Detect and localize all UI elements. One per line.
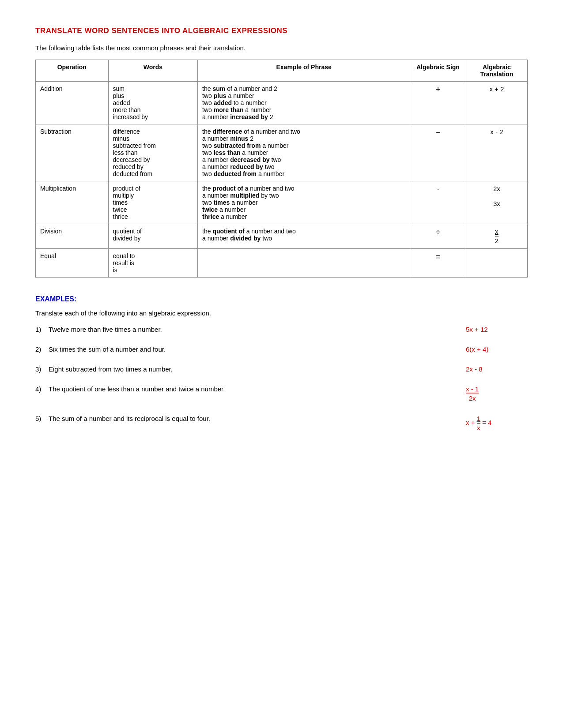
sign-multiplication: ·: [410, 181, 466, 224]
phrases-subtraction: the difference of a number and two a num…: [198, 124, 410, 181]
main-table: Operation Words Example of Phrase Algebr…: [35, 60, 528, 278]
example-text-3: Eight subtracted from two times a number…: [49, 365, 457, 373]
sign-addition: +: [410, 82, 466, 124]
table-row-equal: Equal equal toresult isis =: [36, 249, 528, 278]
translation-multiplication: 2x3x: [466, 181, 527, 224]
words-equal: equal toresult isis: [108, 249, 198, 278]
example-text-1: Twelve more than five times a number.: [49, 326, 457, 333]
example-num-5: 5): [35, 415, 49, 422]
table-row-addition: Addition sumplusaddedmore thanincreased …: [36, 82, 528, 124]
example-answer-2: 6(x + 4): [457, 345, 528, 353]
example-text-4: The quotient of one less than a number a…: [49, 385, 457, 393]
words-division: quotient ofdivided by: [108, 224, 198, 249]
phrases-equal: [198, 249, 410, 278]
operation-subtraction: Subtraction: [36, 124, 109, 181]
example-answer-1: 5x + 12: [457, 326, 528, 333]
example-answer-3: 2x - 8: [457, 365, 528, 373]
sign-subtraction: −: [410, 124, 466, 181]
example-item-4: 4) The quotient of one less than a numbe…: [35, 385, 528, 402]
example-num-3: 3): [35, 365, 49, 373]
intro-text: The following table lists the most commo…: [35, 44, 528, 52]
translation-addition: x + 2: [466, 82, 527, 124]
example-num-4: 4): [35, 385, 49, 393]
example-answer-5: x + 1 x = 4: [457, 415, 528, 432]
table-row-multiplication: Multiplication product ofmultiplytimestw…: [36, 181, 528, 224]
table-row-division: Division quotient ofdivided by the quoti…: [36, 224, 528, 249]
operation-addition: Addition: [36, 82, 109, 124]
example-num-2: 2): [35, 345, 49, 353]
phrases-division: the quotient of a number and two a numbe…: [198, 224, 410, 249]
example-num-1: 1): [35, 326, 49, 333]
sign-division: ÷: [410, 224, 466, 249]
page-title: TRANSLATE WORD SENTENCES INTO ALGEBRAIC …: [35, 26, 528, 35]
words-multiplication: product ofmultiplytimestwicethrice: [108, 181, 198, 224]
col-header-sign: Algebraic Sign: [410, 60, 466, 82]
example-text-5: The sum of a number and its reciprocal i…: [49, 415, 457, 422]
col-header-operation: Operation: [36, 60, 109, 82]
table-row-subtraction: Subtraction differenceminussubtracted fr…: [36, 124, 528, 181]
words-addition: sumplusaddedmore thanincreased by: [108, 82, 198, 124]
col-header-translation: AlgebraicTranslation: [466, 60, 527, 82]
example-text-2: Six times the sum of a number and four.: [49, 345, 457, 353]
phrases-multiplication: the product of a number and two a number…: [198, 181, 410, 224]
translation-division: x 2: [466, 224, 527, 249]
words-subtraction: differenceminussubtracted fromless thand…: [108, 124, 198, 181]
examples-title: EXAMPLES:: [35, 295, 528, 303]
col-header-words: Words: [108, 60, 198, 82]
phrases-addition: the sum of a number and 2 two plus a num…: [198, 82, 410, 124]
examples-section: EXAMPLES: Translate each of the followin…: [35, 295, 528, 432]
translation-subtraction: x - 2: [466, 124, 527, 181]
operation-equal: Equal: [36, 249, 109, 278]
example-item-3: 3) Eight subtracted from two times a num…: [35, 365, 528, 373]
operation-division: Division: [36, 224, 109, 249]
col-header-phrase: Example of Phrase: [198, 60, 410, 82]
example-answer-4: x - 1 2x: [457, 385, 528, 402]
example-item-1: 1) Twelve more than five times a number.…: [35, 326, 528, 333]
examples-intro: Translate each of the following into an …: [35, 309, 528, 317]
example-item-5: 5) The sum of a number and its reciproca…: [35, 415, 528, 432]
example-item-2: 2) Six times the sum of a number and fou…: [35, 345, 528, 353]
translation-equal: [466, 249, 527, 278]
operation-multiplication: Multiplication: [36, 181, 109, 224]
sign-equal: =: [410, 249, 466, 278]
